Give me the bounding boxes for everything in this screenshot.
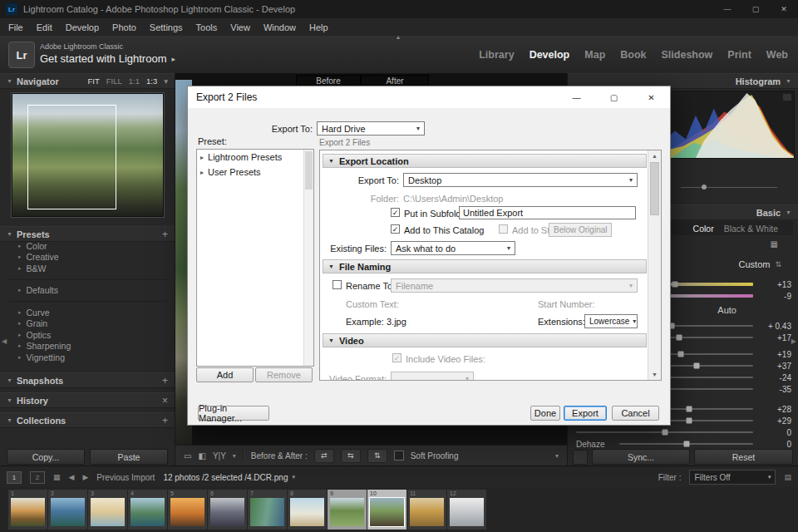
scroll-down-icon[interactable]: ▼ xyxy=(648,372,661,377)
plugin-manager-button[interactable]: Plug-in Manager... xyxy=(198,406,269,421)
reference-view-icon[interactable]: ◧ xyxy=(198,451,205,461)
filmstrip-thumbnail[interactable]: 1 xyxy=(8,490,47,530)
filmstrip-thumbnail[interactable]: 8 xyxy=(288,490,327,530)
zoom-1-1[interactable]: 1:1 xyxy=(129,76,140,86)
autosync-toggle[interactable] xyxy=(573,450,588,465)
main-window-button[interactable]: 1 xyxy=(7,471,22,484)
filmstrip-thumbnail[interactable]: 6 xyxy=(208,490,247,530)
soft-proofing-checkbox[interactable] xyxy=(394,451,404,461)
menu-edit[interactable]: Edit xyxy=(37,22,52,32)
copy-before-to-after-button[interactable]: ⇄ xyxy=(314,449,334,463)
menu-tools[interactable]: Tools xyxy=(196,22,218,32)
left-panel-collapse-arrow[interactable]: ◀ xyxy=(2,337,7,345)
done-button[interactable]: Done xyxy=(530,406,560,421)
treatment-color[interactable]: Color xyxy=(693,224,714,234)
loupe-view-icon[interactable]: ▭ xyxy=(184,451,191,461)
profile-value[interactable]: Custom xyxy=(739,259,771,269)
navigator-view-rectangle[interactable] xyxy=(27,105,116,209)
create-collection-icon[interactable]: + xyxy=(162,415,168,426)
highlight-clipping-indicator[interactable] xyxy=(783,94,791,101)
module-map[interactable]: Map xyxy=(584,49,605,61)
dialog-titlebar[interactable]: Export 2 Files — ▢ ✕ xyxy=(188,86,670,108)
clear-history-icon[interactable]: × xyxy=(162,395,168,406)
go-forward-icon[interactable]: ▶ xyxy=(82,473,88,481)
close-button[interactable]: ✕ xyxy=(770,0,798,18)
filmstrip-thumbnail[interactable]: 3 xyxy=(88,490,127,530)
filter-lock-icon[interactable]: ▤ xyxy=(784,473,791,481)
module-develop[interactable]: Develop xyxy=(530,49,570,61)
menu-photo[interactable]: Photo xyxy=(112,22,136,32)
zoom-slider-thumb[interactable] xyxy=(702,185,707,190)
dialog-close-button[interactable]: ✕ xyxy=(633,86,670,108)
selection-info[interactable]: 12 photos /2 selected /4.DCR.png ▾ xyxy=(163,473,295,482)
disclosure-icon[interactable]: ▸ xyxy=(200,154,204,161)
treatment-black-white[interactable]: Black & White xyxy=(724,224,778,234)
sync-button[interactable]: Sync... xyxy=(592,449,690,465)
menu-view[interactable]: View xyxy=(230,22,250,32)
filmstrip-thumbnail[interactable]: 2 xyxy=(48,490,87,530)
existing-files-select[interactable]: Ask what to do ▾ xyxy=(391,241,515,255)
module-print[interactable]: Print xyxy=(727,49,751,61)
filmstrip-thumbnail-active[interactable]: 10 xyxy=(367,490,406,530)
zoom-fit[interactable]: FIT xyxy=(88,76,100,86)
file-naming-section-header[interactable]: ▼ File Naming xyxy=(323,259,647,273)
filmstrip-thumbnail[interactable]: 7 xyxy=(248,490,287,530)
right-panel-collapse-arrow[interactable]: ▶ xyxy=(791,337,796,345)
copy-button[interactable]: Copy... xyxy=(7,449,85,465)
preset-group-creative[interactable]: ▸Creative xyxy=(0,252,175,264)
menu-help[interactable]: Help xyxy=(309,22,328,32)
collections-panel-header[interactable]: ▼ Collections + xyxy=(0,412,175,428)
slider-thumb[interactable] xyxy=(676,335,682,341)
menu-develop[interactable]: Develop xyxy=(66,22,99,32)
location-export-to-select[interactable]: Desktop ▾ xyxy=(403,173,638,187)
preset-group-bw[interactable]: ▸B&W xyxy=(0,263,175,274)
grid-view-icon[interactable]: ▦ xyxy=(53,473,61,481)
dialog-maximize-button[interactable]: ▢ xyxy=(595,86,633,108)
add-preset-button[interactable]: Add xyxy=(196,367,254,382)
preset-group-vignetting[interactable]: ▸Vignetting xyxy=(0,352,175,363)
module-library[interactable]: Library xyxy=(479,49,514,61)
filmstrip-thumbnail[interactable]: 12 xyxy=(447,490,486,530)
scroll-up-icon[interactable]: ▲ xyxy=(648,153,661,159)
preset-group-curve[interactable]: ▸Curve xyxy=(0,307,175,318)
filmstrip-thumbnail[interactable]: 5 xyxy=(168,490,207,530)
subfolder-name-input[interactable]: Untitled Export xyxy=(459,206,636,219)
cancel-button[interactable]: Cancel xyxy=(612,406,659,421)
profile-grid-icon[interactable]: ▦ xyxy=(771,239,778,249)
slider-thumb[interactable] xyxy=(687,418,692,424)
slider-thumb[interactable] xyxy=(677,352,683,357)
create-preset-icon[interactable]: + xyxy=(162,229,168,240)
menu-window[interactable]: Window xyxy=(264,22,296,32)
navigator-preview[interactable] xyxy=(12,93,164,217)
slider-thumb[interactable] xyxy=(687,406,692,412)
menu-file[interactable]: File xyxy=(8,22,23,32)
preset-listbox[interactable]: ▸ Lightroom Presets ▸ User Presets xyxy=(196,149,314,367)
preset-group-grain[interactable]: ▸Grain xyxy=(0,318,175,330)
history-panel-header[interactable]: ▼ History × xyxy=(0,392,175,408)
preset-group-color[interactable]: ▸Color xyxy=(0,240,175,252)
snapshots-panel-header[interactable]: ▼ Snapshots + xyxy=(0,372,175,388)
rename-to-checkbox[interactable] xyxy=(332,280,342,289)
swap-before-after-button[interactable]: ⇅ xyxy=(367,449,387,463)
export-button[interactable]: Export xyxy=(564,406,607,421)
go-back-icon[interactable]: ◀ xyxy=(69,473,75,481)
slider-thumb[interactable] xyxy=(683,441,689,447)
dehaze-slider[interactable] xyxy=(619,443,753,445)
vibrance-slider[interactable] xyxy=(576,431,753,433)
filmstrip-thumbnail[interactable]: 4 xyxy=(128,490,167,530)
preset-list-scrollbar[interactable] xyxy=(303,150,313,366)
reset-button[interactable]: Reset xyxy=(694,449,793,465)
slider-thumb[interactable] xyxy=(662,430,667,436)
preset-tree-user-presets[interactable]: ▸ User Presets xyxy=(197,165,313,180)
filmstrip-thumbnail[interactable]: 11 xyxy=(407,490,446,530)
zoom-dropdown-icon[interactable]: ▾ xyxy=(164,76,168,86)
second-window-button[interactable]: 2 xyxy=(30,471,45,484)
preset-group-optics[interactable]: ▸Optics xyxy=(0,329,175,341)
maximize-button[interactable]: ▢ xyxy=(741,0,770,18)
toolbar-options-dropdown-icon[interactable]: ▾ xyxy=(555,452,559,460)
extensions-select[interactable]: Lowercase ▾ xyxy=(584,314,638,328)
navigator-panel-header[interactable]: ▼ Navigator FIT FILL 1:1 1:3 ▾ xyxy=(0,73,175,89)
copy-after-to-before-button[interactable]: ⇆ xyxy=(341,449,361,463)
zoom-1-3[interactable]: 1:3 xyxy=(146,76,157,86)
video-section-header[interactable]: ▼ Video xyxy=(323,333,647,347)
